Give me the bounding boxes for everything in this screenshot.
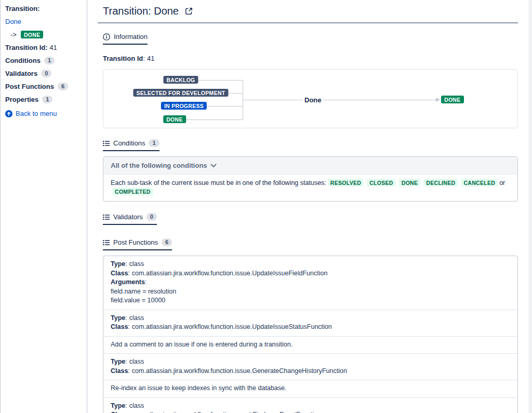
- list-icon: [103, 214, 110, 220]
- sidebar-item-conditions[interactable]: Conditions 1: [5, 57, 83, 64]
- conditions-group-header[interactable]: All of the following conditions: [103, 157, 517, 175]
- info-icon: [103, 33, 110, 41]
- post-function-row: Re-index an issue to keep indexes in syn…: [103, 380, 517, 398]
- sidebar-item-post-functions[interactable]: Post Functions 6: [5, 83, 83, 90]
- conditions-count-pill: 1: [149, 139, 159, 147]
- external-link-icon[interactable]: [185, 7, 193, 15]
- arrow-head-icon: [436, 98, 440, 102]
- sidebar: Transition: Done -> DONE Transition Id: …: [1, 0, 87, 413]
- sidebar-transition-id: Transition Id: 41: [5, 44, 83, 51]
- status-badge-declined: DECLINED: [423, 179, 458, 186]
- post-function-description: Re-index an issue to keep indexes in syn…: [111, 384, 510, 393]
- status-badge-completed: COMPLETED: [112, 188, 153, 195]
- status-badge-closed: CLOSED: [367, 179, 396, 186]
- section-validators: Validators 0: [103, 213, 157, 225]
- conditions-count-pill: 1: [44, 57, 55, 64]
- post-function-row: Add a comment to an issue if one is ente…: [103, 337, 517, 354]
- post-function-description: Add a comment to an issue if one is ente…: [111, 340, 510, 350]
- section-conditions: Conditions 1: [103, 139, 159, 151]
- chevron-down-icon: [210, 164, 217, 168]
- condition-row: Each sub-task of the current issue must …: [103, 175, 517, 201]
- section-post-functions: Post Functions 6: [103, 238, 172, 250]
- page-title: Transition: Done: [103, 5, 179, 17]
- sidebar-item-properties[interactable]: Properties 1: [5, 96, 83, 103]
- post-function-row: Type:class Class:com.atlassian.jira.work…: [103, 310, 517, 337]
- status-node-backlog: BACKLOG: [163, 76, 198, 84]
- post-functions-count-pill: 6: [58, 83, 68, 90]
- post-function-row: Type:class Class:com.atlassian.jira.work…: [103, 256, 517, 310]
- status-node-selected-for-development: SELECTED FOR DEVELOPMENT: [133, 89, 228, 97]
- or-text: or: [499, 179, 505, 186]
- title-divider: [98, 22, 518, 23]
- conditions-box: All of the following conditions Each sub…: [103, 156, 518, 202]
- list-icon: [103, 239, 110, 246]
- post-functions-box: Type:class Class:com.atlassian.jira.work…: [103, 256, 518, 413]
- sidebar-transition-link[interactable]: Done: [5, 18, 21, 25]
- workflow-diagram: BACKLOG SELECTED FOR DEVELOPMENT IN PROG…: [103, 69, 518, 128]
- argument-line: field.value = 10000: [111, 296, 510, 305]
- sidebar-transition-target: -> DONE: [5, 31, 83, 38]
- page: Transition: Done -> DONE Transition Id: …: [0, 0, 532, 413]
- scrollbar[interactable]: [528, 0, 532, 413]
- status-node-in-progress: IN PROGRESS: [161, 102, 207, 110]
- validators-count-pill: 0: [41, 70, 51, 77]
- connector-line: [243, 100, 303, 100]
- post-function-row: Type:class Class:com.atlassian.jira.work…: [103, 354, 517, 380]
- main-content: Transition: Done Information Transition …: [87, 0, 532, 413]
- status-badge: DONE: [21, 31, 44, 38]
- arrow-up-circle-icon: [5, 110, 12, 117]
- sidebar-transition-label: Transition:: [5, 5, 83, 12]
- status-node-done: DONE: [163, 115, 186, 123]
- status-badge-canceled: CANCELED: [461, 179, 498, 186]
- post-function-row: Type:class Class:com.atlassian.jira.work…: [103, 398, 517, 413]
- transition-name-label: Done: [303, 96, 323, 104]
- status-badge-resolved: RESOLVED: [328, 179, 364, 186]
- properties-count-pill: 1: [42, 96, 52, 103]
- validators-count-pill: 0: [147, 213, 157, 221]
- transition-id-field: Transition Id:41: [103, 55, 518, 62]
- condition-text: Each sub-task of the current issue must …: [111, 179, 326, 186]
- target-status-node-done: DONE: [441, 96, 464, 103]
- post-functions-count-pill: 6: [162, 238, 172, 246]
- back-to-menu-link[interactable]: Back to menu: [5, 110, 83, 117]
- argument-line: field.name = resolution: [111, 287, 510, 297]
- connector-line: [320, 100, 436, 100]
- section-information: Information: [103, 33, 148, 45]
- sidebar-item-validators[interactable]: Validators 0: [5, 70, 83, 77]
- list-icon: [103, 140, 110, 146]
- status-badge-done: DONE: [399, 179, 421, 186]
- arrow-text: ->: [10, 31, 17, 38]
